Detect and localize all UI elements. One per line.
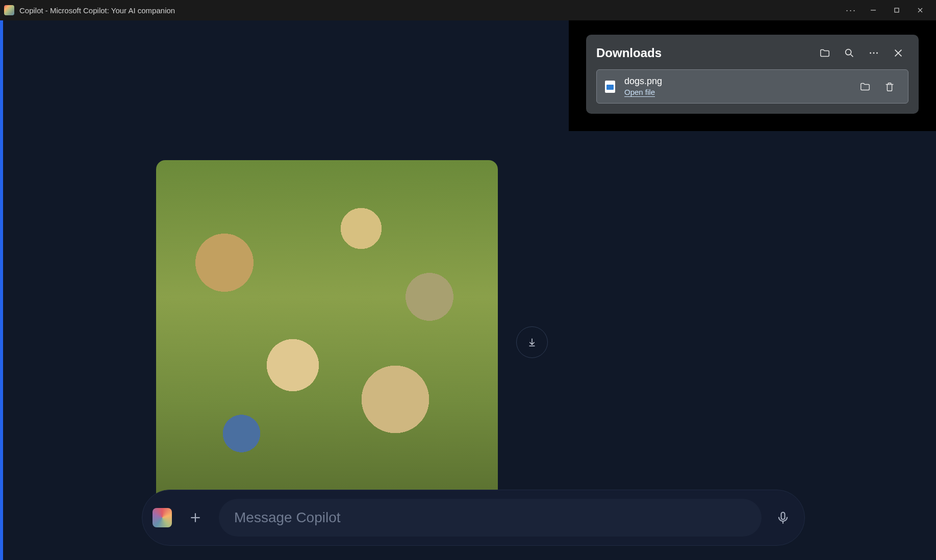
svg-point-12 (870, 53, 871, 54)
plus-icon (189, 511, 202, 524)
downloads-close-button[interactable] (888, 44, 908, 62)
message-input[interactable] (234, 510, 746, 526)
download-item-open-link[interactable]: Open file (624, 88, 655, 96)
svg-line-11 (851, 55, 853, 57)
downloads-panel: Downloads dogs.png Open file (569, 20, 936, 131)
svg-rect-8 (781, 513, 785, 520)
downloads-header: Downloads (596, 44, 908, 62)
generated-image[interactable] (156, 160, 498, 502)
downloads-more-button[interactable] (864, 44, 884, 62)
copilot-logo-icon[interactable] (153, 508, 172, 527)
close-icon (893, 47, 904, 59)
maximize-button[interactable] (885, 2, 908, 18)
window-title: Copilot - Microsoft Copilot: Your AI com… (19, 6, 175, 15)
copilot-app-icon (4, 5, 14, 15)
folder-icon (859, 81, 871, 92)
trash-icon (884, 81, 895, 92)
microphone-icon (776, 511, 790, 525)
download-icon (526, 337, 538, 348)
download-item-show-in-folder-button[interactable] (855, 78, 875, 96)
svg-point-13 (873, 53, 875, 54)
download-item[interactable]: dogs.png Open file (596, 69, 908, 104)
close-icon (917, 7, 924, 14)
downloads-search-button[interactable] (839, 44, 859, 62)
svg-rect-1 (895, 8, 899, 12)
attach-button[interactable] (184, 506, 207, 529)
downloads-panel-inner: Downloads dogs.png Open file (586, 35, 919, 114)
message-input-wrap (219, 499, 762, 537)
maximize-icon (893, 7, 900, 14)
minimize-icon (870, 7, 877, 14)
search-icon (844, 47, 855, 59)
microphone-button[interactable] (772, 506, 794, 529)
app-body: Downloads dogs.png Open file (3, 20, 936, 560)
download-item-info: dogs.png Open file (624, 76, 851, 97)
minimize-button[interactable] (862, 2, 885, 18)
folder-icon (819, 47, 830, 59)
svg-point-14 (876, 53, 878, 54)
more-horizontal-icon (868, 47, 879, 59)
download-item-delete-button[interactable] (879, 78, 900, 96)
download-image-button[interactable] (516, 326, 548, 358)
titlebar: Copilot - Microsoft Copilot: Your AI com… (0, 0, 936, 20)
download-item-filename: dogs.png (624, 76, 851, 87)
downloads-title: Downloads (596, 46, 811, 60)
downloads-open-folder-button[interactable] (815, 44, 835, 62)
titlebar-more-button[interactable]: ··· (841, 5, 862, 16)
file-image-icon (605, 81, 615, 93)
composer-bar (142, 490, 805, 546)
svg-point-10 (846, 49, 851, 55)
close-window-button[interactable] (908, 2, 932, 18)
